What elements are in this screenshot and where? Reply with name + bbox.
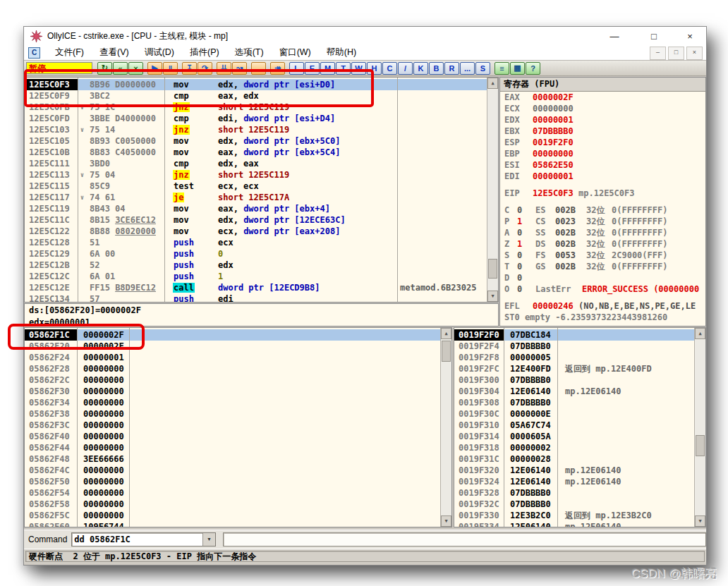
log-window-button[interactable]: L: [289, 62, 304, 75]
address-cell[interactable]: 05862F44: [25, 442, 77, 453]
address-cell[interactable]: 0019F318: [454, 442, 504, 453]
windows-button[interactable]: W: [351, 62, 366, 75]
flag-row[interactable]: A0SS002B32位0(FFFFFFFF): [500, 227, 705, 238]
address-cell[interactable]: 0019F320: [454, 465, 504, 476]
dump-row[interactable]: 05862F2C00000000: [25, 374, 451, 386]
stack-row[interactable]: 0019F32C07DBBBB0: [454, 499, 705, 510]
flag-row[interactable]: S0FS005332位2C9000(FFF): [500, 250, 705, 261]
register-row[interactable]: EDX00000001: [500, 114, 705, 126]
disasm-row[interactable]: 12E5C1198B43 04moveax, dword ptr [ebx+4]: [25, 203, 498, 214]
address-cell[interactable]: 0019F304: [454, 386, 504, 397]
address-cell[interactable]: 0019F330: [454, 510, 504, 521]
scroll-down-icon[interactable]: ▼: [695, 515, 705, 527]
address-cell[interactable]: 12E5C105: [25, 135, 78, 147]
efl-row[interactable]: EFL00000246 (NO,NB,E,BE,NS,PE,GE,LE: [500, 300, 705, 312]
restart-button[interactable]: «: [113, 62, 128, 75]
log-options-button[interactable]: ≡: [495, 62, 509, 75]
stack-row[interactable]: 0019F2F007DBC184: [454, 329, 705, 341]
register-row[interactable]: EDI00000001: [500, 171, 705, 182]
command-combobox[interactable]: dd 05862F1C ▼: [71, 532, 216, 547]
disasm-row[interactable]: 12E5C113∨75 04jnzshort 12E5C119: [25, 169, 498, 181]
disasm-row[interactable]: 12E5C1058B93 C0050000movedx, dword ptr […: [25, 135, 498, 147]
dump-row[interactable]: 05862F3000000000: [25, 386, 451, 397]
address-cell[interactable]: 12E5C12E: [25, 282, 78, 293]
disasm-row[interactable]: 12E5C11585C9testecx, ecx: [25, 181, 498, 192]
address-cell[interactable]: 05862F58: [25, 499, 77, 510]
address-cell[interactable]: 12E5C111: [25, 158, 78, 169]
animate-into-button[interactable]: ⇊: [217, 62, 231, 75]
address-cell[interactable]: 0019F2F0: [454, 329, 504, 341]
address-cell[interactable]: 12E5C12C: [25, 271, 78, 282]
flag-row[interactable]: T0GS002B32位0(FFFFFFFF): [500, 261, 705, 272]
dump-row[interactable]: 05862F200000002F: [25, 341, 451, 352]
address-cell[interactable]: 12E5C129: [25, 248, 78, 260]
register-row[interactable]: ESP0019F2F0: [500, 137, 705, 148]
address-cell[interactable]: 12E5C117: [25, 192, 78, 203]
menu-item[interactable]: 查看(V): [92, 47, 137, 59]
address-cell[interactable]: 12E5C119: [25, 203, 78, 214]
dump-row[interactable]: 05862F3400000000: [25, 397, 451, 408]
address-cell[interactable]: 12E5C113: [25, 169, 78, 181]
mdi-minimize-button[interactable]: –: [650, 47, 666, 60]
stack-row[interactable]: 0019F32412E06140mp.12E06140: [454, 476, 705, 487]
patches-button[interactable]: /: [398, 62, 413, 75]
register-row[interactable]: ESI05862E50: [500, 159, 705, 171]
step-into-button[interactable]: ↧: [182, 62, 197, 75]
address-cell[interactable]: 05862F50: [25, 476, 77, 487]
stack-row[interactable]: 0019F32012E06140mp.12E06140: [454, 465, 705, 476]
disasm-row[interactable]: 12E5C1228B88 08020000movecx, dword ptr […: [25, 226, 498, 237]
register-row[interactable]: EBP00000000: [500, 148, 705, 159]
dump-scrollbar[interactable]: ▲ ▼: [440, 328, 451, 527]
address-cell[interactable]: 05862F38: [25, 408, 77, 420]
disassembly-pane[interactable]: 12E5C0F38B96 D0000000movedx, dword ptr […: [24, 77, 499, 303]
address-cell[interactable]: 12E5C0FD: [25, 113, 78, 124]
stack-row[interactable]: 0019F33412E06140mp.12E06140: [454, 521, 705, 527]
flag-row[interactable]: Z1DS002B32位0(FFFFFFFF): [500, 238, 705, 250]
register-row-eip[interactable]: EIP12E5C0F3 mp.12E5C0F3: [500, 188, 705, 199]
references-button[interactable]: R: [444, 62, 459, 75]
scroll-up-icon[interactable]: ▲: [441, 328, 451, 339]
flag-row[interactable]: D0: [500, 272, 705, 283]
registers-pane[interactable]: 寄存器 (FPU) EAX0000002FECX00000000EDX00000…: [499, 77, 706, 326]
address-cell[interactable]: 12E5C0F9: [25, 90, 78, 102]
handles-button[interactable]: H: [367, 62, 382, 75]
disasm-row[interactable]: 12E5C13457pushedi: [25, 293, 498, 303]
address-cell[interactable]: 05862F40: [25, 431, 77, 442]
stack-row[interactable]: 0019F30807DBBBB0: [454, 397, 705, 408]
stack-row[interactable]: 0019F33012E3B2C0返回到 mp.12E3B2C0: [454, 510, 705, 521]
disasm-row[interactable]: 12E5C0F38B96 D0000000movedx, dword ptr […: [25, 79, 498, 90]
menu-item[interactable]: 窗口(W): [272, 47, 319, 59]
menu-item[interactable]: 选项(T): [227, 47, 272, 59]
address-cell[interactable]: 05862F54: [25, 487, 77, 499]
threads-button[interactable]: T: [336, 62, 351, 75]
disasm-row[interactable]: 12E5C1113BD0cmpedx, eax: [25, 158, 498, 169]
disasm-row[interactable]: 12E5C1296A 00push0: [25, 248, 498, 260]
address-cell[interactable]: 0019F2FC: [454, 363, 504, 374]
menu-item[interactable]: 插件(P): [182, 47, 227, 59]
disasm-row[interactable]: 12E5C12EFF15 B8D9EC12calldword ptr [12EC…: [25, 282, 498, 293]
disasm-row[interactable]: 12E5C10B8B83 C4050000moveax, dword ptr […: [25, 147, 498, 158]
scroll-down-icon[interactable]: ▼: [441, 515, 451, 527]
address-cell[interactable]: 0019F31C: [454, 453, 504, 465]
address-cell[interactable]: 0019F2F8: [454, 352, 504, 363]
address-cell[interactable]: 05862F30: [25, 386, 77, 397]
animate-over-button[interactable]: ↝: [232, 62, 247, 75]
address-cell[interactable]: 05862F5C: [25, 510, 77, 521]
address-cell[interactable]: 12E5C128: [25, 237, 78, 248]
dump-row[interactable]: 05862F2400000001: [25, 352, 451, 363]
st0-row[interactable]: ST0 empty -6.2359373223443981260: [500, 312, 705, 323]
dump-row[interactable]: 05862F5400000000: [25, 487, 451, 499]
address-cell[interactable]: 0019F310: [454, 420, 504, 431]
address-cell[interactable]: 05862F60: [25, 521, 77, 527]
address-cell[interactable]: 12E5C0F3: [25, 79, 78, 90]
menu-item[interactable]: 文件(F): [47, 47, 92, 59]
dump-row[interactable]: 05862F4000000000: [25, 431, 451, 442]
dump-row[interactable]: 05862F5000000000: [25, 476, 451, 487]
execute-till-user-button[interactable]: ↠: [270, 62, 285, 75]
address-cell[interactable]: 12E5C10B: [25, 147, 78, 158]
dump-row[interactable]: 05862F4400000000: [25, 442, 451, 453]
stack-scrollbar[interactable]: ▲ ▼: [694, 328, 705, 527]
mdi-restore-button[interactable]: □: [668, 47, 684, 60]
dump-pane[interactable]: 05862F1C0000002F05862F200000002F05862F24…: [24, 327, 452, 527]
address-cell[interactable]: 12E5C0FB: [25, 102, 78, 113]
